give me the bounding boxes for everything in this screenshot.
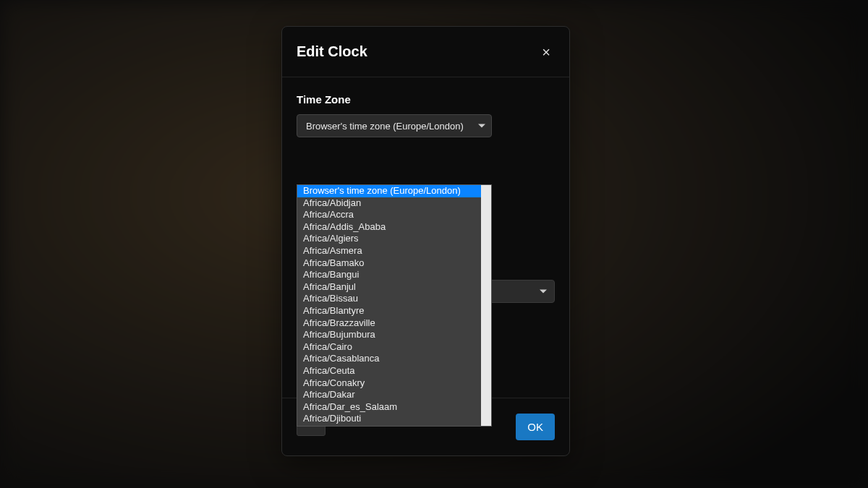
chevron-down-icon [540, 290, 547, 294]
timezone-option[interactable]: Africa/Conakry [297, 377, 481, 390]
timezone-label: Time Zone [297, 93, 555, 106]
timezone-dropdown: Browser's time zone (Europe/London)Afric… [297, 184, 492, 427]
timezone-option[interactable]: Africa/Dar_es_Salaam [297, 401, 481, 414]
timezone-option[interactable]: Africa/Algiers [297, 233, 481, 245]
modal-body: Time Zone Browser's time zone (Europe/Lo… [282, 77, 569, 398]
timezone-option[interactable]: Africa/Blantyre [297, 305, 481, 317]
timezone-option[interactable]: Africa/Addis_Ababa [297, 221, 481, 234]
timezone-option[interactable]: Africa/Brazzaville [297, 317, 481, 330]
edit-clock-modal: Edit Clock × Time Zone Browser's time zo… [281, 26, 570, 456]
timezone-option[interactable]: Africa/Cairo [297, 341, 481, 354]
timezone-select-value: Browser's time zone (Europe/London) [306, 121, 464, 132]
close-icon: × [542, 45, 550, 59]
close-button[interactable]: × [537, 43, 555, 61]
scrollbar[interactable] [481, 185, 491, 426]
timezone-option[interactable]: Africa/Dakar [297, 389, 481, 401]
modal-title: Edit Clock [297, 43, 367, 60]
timezone-option-list: Browser's time zone (Europe/London)Afric… [297, 185, 481, 426]
timezone-option[interactable]: Africa/Abidjan [297, 197, 481, 210]
timezone-option[interactable]: Africa/Banjul [297, 281, 481, 294]
timezone-option[interactable]: Browser's time zone (Europe/London) [297, 185, 481, 197]
timezone-option[interactable]: Africa/Bamako [297, 257, 481, 270]
timezone-option[interactable]: Africa/Bangui [297, 269, 481, 281]
chevron-down-icon [478, 124, 485, 128]
timezone-option[interactable]: Africa/Djibouti [297, 413, 481, 425]
timezone-option[interactable]: Africa/Bujumbura [297, 329, 481, 341]
timezone-option[interactable]: Africa/Bissau [297, 293, 481, 305]
timezone-option[interactable]: Africa/Asmera [297, 245, 481, 257]
timezone-option[interactable]: Africa/Casablanca [297, 353, 481, 365]
ok-button[interactable]: OK [516, 414, 555, 440]
timezone-option[interactable]: Africa/Ceuta [297, 365, 481, 377]
timezone-select[interactable]: Browser's time zone (Europe/London) [297, 114, 492, 137]
timezone-option[interactable]: Africa/Accra [297, 209, 481, 221]
modal-header: Edit Clock × [282, 27, 569, 77]
